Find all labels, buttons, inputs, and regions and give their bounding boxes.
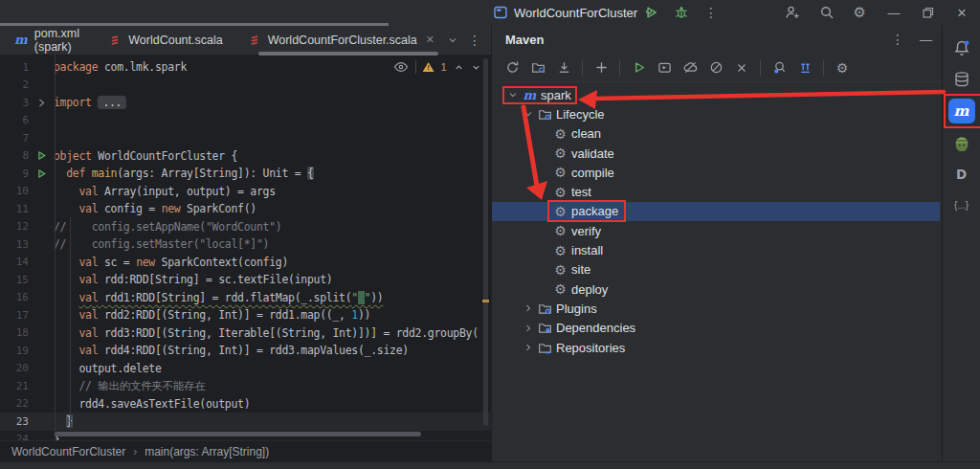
minimize-button[interactable]: — xyxy=(885,6,902,20)
maven-node-site[interactable]: ⚙site xyxy=(500,260,942,279)
sidebar-maven-badge[interactable]: m xyxy=(943,95,980,126)
maven-toolbar-folder-sync[interactable] xyxy=(527,57,548,78)
maven-tool-button[interactable]: m xyxy=(948,99,975,123)
tool-window-options-icon[interactable]: ⋮ xyxy=(891,32,904,47)
code-text: object WorldCountForCluster { xyxy=(54,149,237,163)
find-goal-icon xyxy=(772,60,787,75)
breadcrumb-item[interactable]: WorldCountForCluster xyxy=(11,445,125,458)
maven-toolbar-offline[interactable] xyxy=(679,57,701,78)
maven-toolbar-profiles[interactable] xyxy=(794,57,815,78)
folder-gear-icon xyxy=(538,302,552,316)
maven-node-lifecycle[interactable]: Lifecycle xyxy=(500,104,942,123)
chevron-right-icon[interactable] xyxy=(521,323,536,334)
sidebar-plugin[interactable] xyxy=(943,126,980,158)
code-line-12: 12// config.setAppName("WordCount") xyxy=(0,218,491,236)
maven-node-install[interactable]: ⚙install xyxy=(500,240,942,259)
sidebar-braces[interactable]: {...} xyxy=(943,190,980,221)
profiles-icon xyxy=(798,60,813,75)
code-text: // config.setAppName("WordCount") xyxy=(54,220,281,234)
gutter-separator xyxy=(55,55,56,440)
maven-toolbar-play-run[interactable] xyxy=(628,57,649,78)
tree-label: test xyxy=(569,185,591,199)
hide-tool-window-icon[interactable]: — xyxy=(920,33,932,47)
code-editor[interactable]: 1package com.lmk.spark23import ...678obj… xyxy=(0,55,491,440)
scrollbar-warning-stripe xyxy=(482,300,489,302)
tree-label: deploy xyxy=(569,282,608,297)
highlighting-eye-icon[interactable] xyxy=(393,59,409,75)
maven-m-icon: m xyxy=(523,88,537,102)
chevron-down-icon[interactable] xyxy=(505,89,521,100)
maven-toolbar-refresh[interactable] xyxy=(501,57,523,78)
tree-label: Repositories xyxy=(554,341,625,355)
run-button[interactable] xyxy=(643,5,658,20)
maven-node-test[interactable]: ⚙test xyxy=(500,182,942,201)
vertical-scrollbar[interactable] xyxy=(483,58,488,426)
maven-toolbar-settings-gear[interactable]: ⚙ xyxy=(832,57,853,78)
maven-node-compile[interactable]: ⚙compile xyxy=(500,163,942,182)
search-icon[interactable] xyxy=(819,5,835,20)
code-text: // 输出的文件夹不能存在 xyxy=(54,379,205,393)
offline-icon xyxy=(683,60,698,75)
sidebar-bell[interactable] xyxy=(943,32,980,63)
chevron-down-icon[interactable] xyxy=(447,34,458,46)
gear-slot: ⚙ xyxy=(551,146,569,160)
app-window-icon xyxy=(493,5,508,20)
run-configuration-widget[interactable]: WorldCountForCluster xyxy=(493,0,655,25)
maven-toolbar-download[interactable] xyxy=(553,57,574,78)
code-line-15: 15 val rdd:RDD[String] = sc.textFile(inp… xyxy=(0,271,491,289)
fold-chevron-icon[interactable] xyxy=(36,98,47,108)
chevron-right-icon[interactable] xyxy=(521,302,536,314)
maven-node-verify[interactable]: ⚙verify xyxy=(500,221,942,240)
download-icon xyxy=(557,60,571,75)
maven-node-clean[interactable]: ⚙clean xyxy=(500,124,942,144)
braces-icon: {...} xyxy=(954,200,969,211)
tree-label: Lifecycle xyxy=(554,107,605,122)
maven-toolbar-find-goal[interactable] xyxy=(768,57,790,78)
close-button[interactable]: ✕ xyxy=(953,6,970,20)
tab-close-icon[interactable]: ✕ xyxy=(426,34,434,46)
gear-icon: ⚙ xyxy=(554,244,567,257)
maven-node-dependencies[interactable]: Dependencies xyxy=(500,319,942,338)
line-number: 24 xyxy=(0,433,29,440)
maven-node-package[interactable]: ⚙package xyxy=(500,202,942,221)
next-problem-chevron-down-icon[interactable] xyxy=(471,62,481,73)
maven-node-validate[interactable]: ⚙validate xyxy=(500,144,942,163)
chevron-right-icon[interactable] xyxy=(521,342,536,353)
maven-toolbar-close-x[interactable] xyxy=(731,57,752,78)
line-number: 7 xyxy=(0,132,29,145)
debug-button[interactable] xyxy=(674,5,689,20)
code-text: // config.setMaster("local[*]") xyxy=(54,237,269,251)
maven-toolbar-skip-tests[interactable] xyxy=(705,57,726,78)
more-actions-icon[interactable]: ⋮ xyxy=(704,5,718,20)
add-user-icon[interactable] xyxy=(785,5,800,20)
breadcrumb-item[interactable]: main(args: Array[String]) xyxy=(145,445,269,458)
gear-slot: ⚙ xyxy=(551,263,569,277)
tab-pom-xml-spark-[interactable]: mpom.xml (spark) xyxy=(2,25,96,55)
tab-worldcount-scala[interactable]: WorldCount.scala xyxy=(96,25,234,55)
run-line-icon[interactable] xyxy=(36,150,47,161)
folder-lib-slot xyxy=(536,321,554,335)
maven-node-spark[interactable]: mspark xyxy=(500,85,942,104)
settings-gear-icon[interactable]: ⚙ xyxy=(854,6,866,20)
tree-label: verify xyxy=(569,224,601,238)
maven-toolbar-plus[interactable] xyxy=(590,57,612,78)
maven-node-deploy[interactable]: ⚙deploy xyxy=(500,279,942,299)
sidebar-letter-d[interactable]: D xyxy=(943,158,980,190)
terminal-run-icon xyxy=(657,60,672,75)
horizontal-scrollbar[interactable] xyxy=(55,432,421,436)
gear-slot: ⚙ xyxy=(551,282,569,296)
code-text: val sc = new SparkContext(config) xyxy=(54,256,288,269)
more-vert-icon[interactable]: ⋮ xyxy=(468,33,481,48)
maven-node-repositories[interactable]: Repositories xyxy=(500,338,942,357)
tab-worldcountforcluster-scala[interactable]: WorldCountForCluster.scala✕ xyxy=(235,25,447,55)
inspection-widget[interactable]: ! 1 xyxy=(393,59,481,75)
warning-count: 1 xyxy=(441,61,447,73)
sidebar-database[interactable] xyxy=(943,63,980,95)
prev-problem-chevron-up-icon[interactable] xyxy=(454,62,464,73)
chevron-down-icon[interactable] xyxy=(521,108,536,120)
maven-node-plugins[interactable]: Plugins xyxy=(500,299,942,318)
line-number: 21 xyxy=(0,380,29,392)
run-line-icon[interactable] xyxy=(36,168,47,179)
restore-button[interactable] xyxy=(922,7,934,19)
maven-toolbar-terminal-run[interactable] xyxy=(654,57,675,78)
